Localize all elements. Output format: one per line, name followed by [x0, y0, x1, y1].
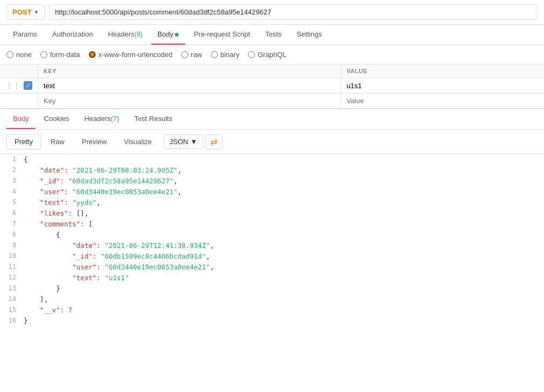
code-token: "2021-06-29T12:41:38.934Z"	[105, 241, 210, 250]
body-active-dot	[175, 33, 179, 37]
format-tab-pretty[interactable]: Pretty	[6, 134, 41, 149]
radio-graphql[interactable]: GraphQL	[248, 51, 286, 59]
code-token: [	[88, 220, 93, 228]
method-label: POST	[12, 8, 31, 16]
radio-graphql-input[interactable]	[248, 51, 255, 58]
line-content: "__v": 7	[22, 305, 544, 316]
line-number: 4	[0, 187, 22, 197]
code-token: "text":	[24, 274, 105, 282]
code-token: ,	[210, 241, 214, 250]
format-tab-preview[interactable]: Preview	[74, 134, 114, 149]
code-line: 16}	[0, 316, 544, 326]
kv-table: KEY VALUE ⋮⋮ ✓	[0, 65, 544, 109]
code-token: }	[24, 317, 28, 325]
code-token: "_id":	[24, 177, 68, 185]
url-bar: POST ▼	[0, 0, 544, 25]
radio-none[interactable]: none	[6, 51, 32, 59]
code-token: "user":	[24, 263, 105, 271]
tab-body[interactable]: Body	[151, 25, 186, 45]
tab-authorization[interactable]: Authorization	[46, 25, 100, 45]
tab-prerequest[interactable]: Pre-request Script	[187, 25, 257, 45]
code-token: "comments":	[24, 220, 88, 228]
line-number: 13	[0, 283, 22, 294]
radio-urlencoded-label: x-www-form-urlencoded	[98, 51, 173, 59]
radio-formdata-input[interactable]	[40, 51, 47, 58]
radio-urlencoded[interactable]: x-www-form-urlencoded	[89, 51, 173, 59]
new-key-input[interactable]	[44, 97, 335, 105]
line-number: 12	[0, 273, 22, 283]
code-line: 11 "user": "60d3440e19ec0853a0ee4e21",	[0, 262, 544, 273]
format-select[interactable]: JSON ▼	[164, 134, 203, 149]
radio-binary[interactable]: binary	[211, 51, 239, 59]
code-token: "date":	[24, 241, 105, 250]
radio-formdata-label: form-data	[50, 51, 80, 59]
line-content: }	[22, 316, 544, 326]
code-line: 6 "likes": [],	[0, 208, 544, 219]
line-content: "_id": "60db1509ec8c4466bcdad91d",	[22, 251, 544, 262]
radio-binary-input[interactable]	[211, 51, 218, 58]
radio-none-input[interactable]	[6, 51, 13, 58]
format-tab-raw[interactable]: Raw	[43, 134, 72, 149]
response-headers-label: Headers	[84, 115, 111, 123]
line-number: 9	[0, 240, 22, 251]
radio-binary-label: binary	[221, 51, 239, 59]
radio-formdata[interactable]: form-data	[40, 51, 80, 59]
line-number: 10	[0, 251, 22, 261]
drag-icon[interactable]: ⋮⋮	[5, 81, 20, 90]
code-line: 8 {	[0, 230, 544, 240]
key-input[interactable]	[44, 82, 335, 90]
radio-raw[interactable]: raw	[181, 51, 202, 59]
tab-params[interactable]: Params	[6, 25, 44, 45]
wrap-button[interactable]: ⇄	[206, 134, 223, 149]
code-token: ,	[206, 252, 210, 260]
new-value-input[interactable]	[347, 97, 539, 105]
line-content: "text": "yyds",	[22, 197, 544, 208]
format-bar: Pretty Raw Preview Visualize JSON ▼ ⇄	[0, 130, 544, 154]
row-checkbox[interactable]: ✓	[24, 81, 32, 90]
url-input[interactable]	[49, 4, 538, 20]
code-line: 4 "user": "60d3440e19ec0853a0ee4e21",	[0, 187, 544, 197]
tab-headers[interactable]: Headers(9)	[102, 25, 149, 45]
value-input[interactable]	[347, 82, 539, 90]
line-number: 15	[0, 305, 22, 315]
code-token: "60db1509ec8c4466bcdad91d"	[101, 252, 206, 260]
response-tab-body[interactable]: Body	[6, 109, 36, 129]
radio-raw-input[interactable]	[181, 51, 188, 58]
code-token: }	[24, 284, 60, 293]
tab-tests[interactable]: Tests	[259, 25, 288, 45]
response-tab-headers[interactable]: Headers(7)	[78, 109, 126, 129]
response-tab-testresults[interactable]: Test Results	[128, 109, 179, 129]
row-value-cell[interactable]	[341, 78, 544, 94]
code-line: 10 "_id": "60db1509ec8c4466bcdad91d",	[0, 251, 544, 262]
line-content: {	[22, 230, 544, 240]
empty-key-cell[interactable]	[38, 94, 341, 109]
code-token: "date":	[24, 166, 72, 174]
line-number: 1	[0, 154, 22, 165]
line-content: "text": "u1s1"	[22, 273, 544, 283]
tab-headers-label: Headers	[108, 30, 135, 38]
radio-raw-label: raw	[191, 51, 202, 59]
line-number: 11	[0, 262, 22, 272]
line-content: }	[22, 283, 544, 294]
method-select[interactable]: POST ▼	[6, 4, 45, 20]
radio-urlencoded-input[interactable]	[89, 51, 96, 58]
line-number: 8	[0, 230, 22, 240]
headers-badge: (9)	[135, 31, 143, 38]
kv-col-value: VALUE	[341, 65, 544, 78]
line-content: "user": "60d3440e19ec0853a0ee4e21",	[22, 187, 544, 197]
line-content: "date": "2021-06-29T12:41:38.934Z",	[22, 240, 544, 251]
code-area: 1{2 "date": "2021-06-29T08:03:24.905Z",3…	[0, 154, 544, 326]
code-token: ,	[178, 166, 182, 174]
line-number: 6	[0, 208, 22, 218]
line-number: 16	[0, 316, 22, 326]
line-number: 2	[0, 165, 22, 175]
empty-value-cell[interactable]	[341, 94, 544, 109]
tab-settings[interactable]: Settings	[290, 25, 328, 45]
code-token: "yyds"	[72, 198, 96, 206]
format-select-label: JSON	[169, 138, 188, 146]
format-tab-visualize[interactable]: Visualize	[116, 134, 159, 149]
response-tabs: Body Cookies Headers(7) Test Results	[0, 109, 544, 130]
response-tab-cookies[interactable]: Cookies	[38, 109, 76, 129]
radio-none-label: none	[16, 51, 32, 59]
row-key-cell[interactable]	[38, 78, 341, 94]
